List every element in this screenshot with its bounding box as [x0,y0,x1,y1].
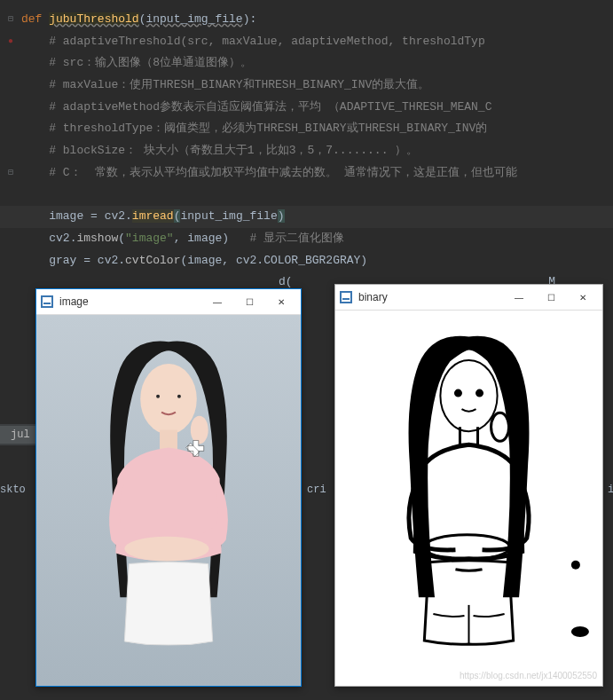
code-line-active: image = cv2.imread(input_img_file) [21,206,613,228]
svg-point-3 [140,364,197,434]
window-title: image [59,295,201,308]
close-button[interactable]: ✕ [567,287,599,308]
person-binary [335,311,602,686]
code-line: # C： 常数，表示从平均值或加权平均值中减去的数。 通常情况下，这是正值，但也… [21,162,613,185]
svg-rect-2 [43,303,51,304]
app-icon [339,290,353,304]
gutter-breakpoint-icon[interactable]: ● [0,31,21,53]
person-photo [36,315,301,686]
minimize-button[interactable]: — [503,287,535,308]
code-line: # adaptiveThreshold(src, maxValue, adapt… [21,31,613,53]
maximize-button[interactable]: ☐ [233,291,265,312]
code-line [21,185,613,207]
binary-display: https://blog.csdn.net/jx1400052550 [335,310,602,686]
fold-icon[interactable]: ⊟ [0,9,21,31]
svg-rect-4 [160,430,177,450]
tab-jul[interactable]: jul [0,426,41,444]
code-line: # thresholdType：阈值类型，必须为THRESH_BINARY或TH… [21,118,613,140]
titlebar[interactable]: image — ☐ ✕ [36,289,301,314]
image-display [36,314,301,686]
code-editor[interactable]: ⊟ def jubuThreshold(input_img_file): ● #… [0,0,613,294]
function-name: jubuThreshold [49,12,138,26]
svg-rect-11 [342,298,350,300]
svg-point-8 [191,416,208,444]
svg-rect-10 [342,293,350,302]
code-line: # maxValue：使用THRESH_BINARY和THRESH_BINARY… [21,75,613,97]
app-icon [40,295,54,309]
code-line: # src：输入图像（8位单通道图像）。 [21,52,613,75]
svg-point-17 [571,561,580,570]
close-button[interactable]: ✕ [265,291,297,312]
code-line: gray = cv2.cvtColor(image, cv2.COLOR_BGR… [21,250,613,272]
svg-point-13 [424,535,509,560]
console-fragment: il [608,484,613,496]
titlebar[interactable]: binary — ☐ ✕ [335,285,602,310]
binary-window: binary — ☐ ✕ [334,284,603,687]
console-fragment: skto [0,484,26,496]
svg-point-6 [156,395,160,398]
code-line: # blockSize： 块大小（奇数且大于1，比如3，5，7........ … [21,140,613,162]
svg-point-15 [477,390,483,396]
console-fragment: cri [307,484,326,496]
image-window: image — ☐ ✕ [35,288,302,687]
watermark-text: https://blog.csdn.net/jx1400052550 [460,671,597,680]
svg-point-18 [571,626,589,637]
minimize-button[interactable]: — [201,291,233,312]
svg-rect-1 [43,297,51,306]
maximize-button[interactable]: ☐ [535,287,567,308]
svg-point-16 [491,413,509,441]
svg-point-14 [455,390,460,396]
svg-point-12 [440,360,497,431]
code-line: cv2.imshow("image", image) # 显示二值化图像 [21,228,613,250]
window-title: binary [358,291,503,303]
svg-point-5 [124,537,208,562]
parameter: input_img_file [145,12,242,26]
code-line: def jubuThreshold(input_img_file): [21,9,613,31]
bottom-tab-bar: jul [0,424,41,445]
code-line: # adaptiveMethod参数表示自适应阈值算法，平均 （ADAPTIVE… [21,97,613,119]
svg-point-7 [177,395,181,398]
fold-end-icon[interactable]: ⊟ [0,162,21,185]
